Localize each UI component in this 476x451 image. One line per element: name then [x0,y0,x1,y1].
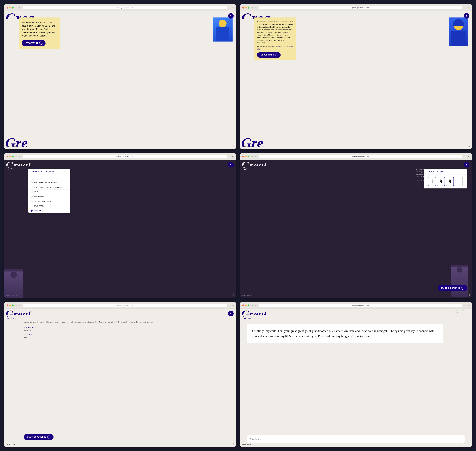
year-digit-1[interactable]: 1 [428,177,436,186]
close-dot-6[interactable] [242,305,244,306]
great-label-6: Great [242,315,251,320]
title-overflow-bottom: Gre [4,136,28,147]
terms-link[interactable]: Terms of Use [277,46,285,47]
close-dot-3[interactable] [6,156,8,157]
understand-button[interactable]: I UNDERSTAND → [257,52,281,58]
minimize-dot-6[interactable] [245,305,247,306]
browser-chrome-3: ‹ › great-great-great.com ⬇ ⊕ [4,153,236,160]
country-name: SAO TOME AND PRINCIPE [34,200,53,202]
country-name: SAMOA [34,191,39,193]
audio-button-5[interactable] [228,311,234,316]
back-button-3[interactable]: ‹ [16,155,18,158]
body-shape-2 [451,31,466,46]
minimize-dot[interactable] [9,7,11,8]
list-item[interactable]: SAINT PIERRE AND MIQUELON [28,180,70,185]
place-label-row[interactable]: PLACE OF BIRTH › [24,326,231,329]
privacy-link[interactable]: Privacy Policy [257,46,293,50]
modal-back-4[interactable]: ‹ [426,170,427,173]
year-digit-2[interactable]: 9 [437,177,445,186]
radio-button[interactable] [31,200,32,202]
footer-privacy-5[interactable]: Privacy [12,444,17,445]
modal-back-button[interactable]: ‹ [31,170,31,172]
url-bar-4[interactable]: great-great-great.com [259,155,463,158]
footer-terms-4[interactable]: Name [242,295,246,296]
footer-privacy-1[interactable]: Privacy [12,146,17,148]
send-button[interactable]: → [457,437,462,441]
minimize-dot-4[interactable] [245,156,247,157]
url-bar-1[interactable]: great-great-great.com [23,6,227,9]
start-experience-button-5[interactable]: START EXPERIENCE → [24,434,54,440]
footer-terms-2[interactable]: Terms [242,146,246,148]
footer-privacy-6[interactable]: Privacy [247,444,252,445]
maximize-dot-4[interactable] [248,156,249,157]
list-item[interactable]: SAINT VINCENT AND THE GRENADINES [28,185,70,189]
footer-icon-2: ℹ [469,145,470,148]
footer-terms-5[interactable]: Name [6,444,10,445]
footer-terms-3[interactable]: Terms [6,295,10,296]
url-bar-3[interactable]: great-great-great.com [23,155,227,158]
footer-privacy-4[interactable]: Privacy [247,295,252,296]
close-dot[interactable] [6,7,8,8]
title-bar-4: Great [240,160,472,166]
title-text-bottom: Gre [4,136,28,147]
maximize-dot-2[interactable] [248,7,249,8]
birth-label-row[interactable]: BIRTH YEAR › [24,333,231,335]
maximize-dot-6[interactable] [248,305,249,306]
portrait-image-2 [449,18,468,46]
back-button-6[interactable]: ‹ [252,304,253,307]
country-search-input[interactable] [30,175,68,179]
back-button[interactable]: ‹ [16,6,18,9]
birth-value-5: 1985 [24,336,231,338]
modal-search [28,174,70,180]
year-digit-4[interactable] [455,177,463,186]
url-bar-2[interactable]: great-great-great.com [259,6,463,9]
close-dot-5[interactable] [6,305,8,306]
footer-links-2: Terms Privacy [242,146,253,148]
window-controls [6,7,13,8]
forward-button-5[interactable]: › [19,304,20,307]
chat-input[interactable] [249,438,456,440]
audio-button-2[interactable] [464,13,470,19]
radio-button[interactable] [31,191,32,193]
back-button-2[interactable]: ‹ [252,6,253,9]
forward-button[interactable]: › [19,6,20,9]
radio-button[interactable] [31,195,32,198]
list-item[interactable]: SAUDI ARABIA [28,204,70,208]
list-item[interactable]: SAN MARINO [28,194,70,199]
maximize-dot-5[interactable] [12,305,13,306]
close-dot-4[interactable] [242,156,244,157]
forward-button-4[interactable]: › [254,155,256,158]
radio-button[interactable] [31,205,32,207]
audio-button-4[interactable] [464,162,470,168]
url-bar-5[interactable]: great-great-great.com [23,304,227,307]
maximize-dot[interactable] [12,7,13,8]
back-button-5[interactable]: ‹ [16,304,18,307]
footer-terms-1[interactable]: Terms [6,146,10,148]
radio-button[interactable] [31,182,32,183]
maximize-dot-3[interactable] [12,156,13,157]
back-button-4[interactable]: ‹ [252,155,253,158]
forward-button-3[interactable]: › [19,155,20,158]
try-it-button[interactable]: LET'S TRY IT → [22,40,46,46]
minimize-dot-2[interactable] [245,7,247,8]
forward-button-6[interactable]: › [254,304,256,307]
year-digit-3[interactable]: 8 [446,177,454,186]
list-item-selected[interactable]: SENEGAL [28,208,70,213]
footer-privacy-2[interactable]: Privacy [247,146,253,148]
radio-button-selected[interactable] [31,210,32,212]
list-item[interactable]: SAO TOME AND PRINCIPE [28,199,70,204]
list-item[interactable]: SAMOA [28,189,70,194]
chat-input-bar: → [247,435,465,443]
year-modal-header: ‹ YOUR BIRTH YEAR [424,169,467,175]
audio-button-3[interactable] [228,162,234,168]
footer-terms-6[interactable]: Name [242,444,246,445]
minimize-dot-5[interactable] [9,305,11,306]
minimize-dot-3[interactable] [9,156,11,157]
url-bar-6[interactable]: great-great-great.com [259,304,463,307]
radio-button[interactable] [31,186,32,188]
audio-button-1[interactable] [228,13,234,19]
forward-button-2[interactable]: › [254,6,256,9]
close-dot-2[interactable] [242,7,244,8]
start-experience-button-4[interactable]: START EXPERIENCE → [438,285,467,291]
footer-privacy-3[interactable]: Privacy [12,295,17,296]
